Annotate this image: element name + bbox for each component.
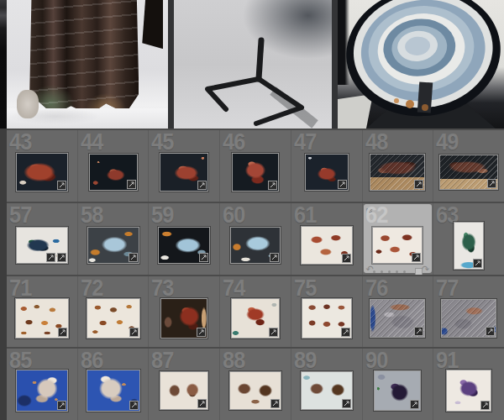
photo-badge-icon[interactable] bbox=[199, 253, 208, 262]
grid-cell[interactable]: 91 bbox=[433, 349, 504, 420]
photo-badge-icon[interactable] bbox=[270, 399, 280, 408]
photo-badge-icon[interactable] bbox=[269, 328, 278, 337]
photo-thumbnail[interactable] bbox=[230, 227, 281, 264]
grid-cell[interactable]: 89 bbox=[291, 349, 363, 420]
photo-thumbnail[interactable] bbox=[370, 299, 425, 338]
grid-cell[interactable]: 46 bbox=[220, 130, 291, 202]
photo-thumbnail[interactable] bbox=[16, 370, 68, 412]
grid-cell[interactable]: 47 bbox=[291, 130, 363, 202]
grid-cell[interactable]: 58 bbox=[78, 203, 150, 275]
grid-cell[interactable]: 62↶↷ bbox=[363, 203, 434, 275]
rating-dot[interactable] bbox=[388, 270, 391, 273]
grid-cell[interactable]: 90 bbox=[363, 349, 434, 420]
photo-badge-icon[interactable] bbox=[338, 180, 347, 189]
photo-thumbnail[interactable] bbox=[454, 222, 484, 270]
photo-thumbnail[interactable] bbox=[87, 298, 140, 339]
preview-photo-amethyst[interactable] bbox=[174, 0, 332, 129]
photo-thumbnail[interactable] bbox=[160, 371, 208, 410]
photo-thumbnail[interactable] bbox=[87, 227, 139, 264]
photo-thumbnail[interactable] bbox=[301, 371, 353, 410]
grid-cell[interactable]: 60 bbox=[220, 203, 291, 275]
photo-thumbnail[interactable] bbox=[305, 154, 349, 191]
photo-thumbnail[interactable] bbox=[160, 298, 207, 339]
grid-cell[interactable]: 76 bbox=[363, 276, 434, 348]
photo-thumbnail[interactable] bbox=[370, 154, 425, 191]
grid-cell[interactable]: 61 bbox=[291, 203, 363, 275]
photo-badge-icon[interactable] bbox=[57, 253, 66, 262]
grid-cell[interactable]: 44 bbox=[78, 130, 150, 202]
photo-badge-icon[interactable] bbox=[342, 254, 351, 263]
left-edge-panel bbox=[0, 129, 7, 420]
photo-thumbnail[interactable] bbox=[229, 371, 281, 410]
photo-badge-icon[interactable] bbox=[412, 253, 421, 262]
photo-badge-icon[interactable] bbox=[46, 253, 55, 262]
grid-cell[interactable]: 45 bbox=[149, 130, 220, 202]
grid-cell[interactable]: 86 bbox=[78, 349, 150, 420]
preview-photo-smoky-quartz[interactable] bbox=[7, 0, 168, 129]
grid-cell[interactable]: 73 bbox=[149, 276, 220, 348]
rating-dots[interactable] bbox=[373, 270, 406, 273]
photo-thumbnail[interactable] bbox=[16, 153, 68, 192]
photo-thumbnail[interactable] bbox=[301, 226, 353, 265]
photo-thumbnail[interactable] bbox=[372, 227, 423, 264]
photo-badge-icon[interactable] bbox=[268, 181, 277, 190]
grid-cell[interactable]: 59 bbox=[149, 203, 220, 275]
photo-badge-icon[interactable] bbox=[473, 259, 482, 268]
photo-thumbnail[interactable] bbox=[87, 370, 140, 412]
photo-badge-icon[interactable] bbox=[414, 327, 423, 336]
grid-cell[interactable]: 75 bbox=[291, 276, 363, 348]
photo-thumbnail[interactable] bbox=[158, 227, 210, 264]
grid-row: 575859606162↶↷63 bbox=[7, 202, 504, 275]
grid-cell[interactable]: 63 bbox=[433, 203, 504, 275]
grid-cell[interactable]: 77 bbox=[433, 276, 504, 348]
grid-cell[interactable]: 72 bbox=[78, 276, 150, 348]
grid-cell[interactable]: 57 bbox=[7, 203, 78, 275]
photo-badge-icon[interactable] bbox=[57, 401, 66, 410]
grid-cell[interactable]: 87 bbox=[149, 349, 220, 420]
photo-thumbnail[interactable] bbox=[15, 298, 69, 339]
grid-row: 43444546474849 bbox=[7, 129, 504, 202]
photo-badge-icon[interactable] bbox=[410, 400, 419, 409]
photo-badge-icon[interactable] bbox=[127, 180, 136, 189]
photo-badge-icon[interactable] bbox=[129, 401, 139, 410]
rotate-right-icon[interactable]: ↷ bbox=[422, 265, 429, 274]
grid-cell[interactable]: 71 bbox=[7, 276, 78, 348]
photo-thumbnail[interactable] bbox=[302, 298, 352, 339]
photo-thumbnail[interactable] bbox=[231, 298, 280, 339]
grid-cell[interactable]: 85 bbox=[7, 349, 78, 420]
rating-dot[interactable] bbox=[403, 270, 406, 273]
photo-index-number: 74 bbox=[223, 277, 244, 300]
grid-cell[interactable]: 48 bbox=[363, 130, 434, 202]
photo-badge-icon[interactable] bbox=[58, 328, 67, 337]
photo-badge-icon[interactable] bbox=[342, 399, 351, 408]
photo-thumbnail[interactable] bbox=[232, 153, 279, 192]
photo-badge-icon[interactable] bbox=[129, 253, 138, 262]
grid-cell[interactable]: 49 bbox=[433, 130, 504, 202]
photo-badge-icon[interactable] bbox=[197, 328, 206, 337]
photo-thumbnail[interactable] bbox=[439, 155, 498, 190]
rating-dot[interactable] bbox=[381, 270, 383, 273]
photo-badge-icon[interactable] bbox=[487, 179, 496, 188]
photo-thumbnail[interactable] bbox=[89, 154, 138, 191]
rating-dot[interactable] bbox=[396, 270, 398, 273]
photo-badge-icon[interactable] bbox=[486, 327, 495, 336]
photo-badge-icon[interactable] bbox=[341, 328, 350, 337]
photo-badge-icon[interactable] bbox=[414, 180, 423, 189]
photo-badge-icon[interactable] bbox=[57, 181, 66, 190]
photo-thumbnail[interactable] bbox=[374, 370, 421, 411]
photo-badge-icon[interactable] bbox=[197, 399, 207, 408]
grid-cell[interactable]: 43 bbox=[7, 130, 78, 202]
photo-index-number: 88 bbox=[223, 349, 244, 372]
grid-cell[interactable]: 74 bbox=[220, 276, 291, 348]
photo-badge-icon[interactable] bbox=[270, 253, 279, 262]
rotate-left-icon[interactable]: ↶ bbox=[366, 265, 374, 274]
photo-thumbnail[interactable] bbox=[446, 370, 491, 412]
preview-photo-agate-slice[interactable] bbox=[338, 0, 504, 129]
photo-thumbnail[interactable] bbox=[16, 227, 68, 264]
photo-badge-icon[interactable] bbox=[480, 401, 490, 410]
photo-thumbnail[interactable] bbox=[441, 299, 496, 338]
photo-badge-icon[interactable] bbox=[197, 181, 207, 190]
photo-badge-icon[interactable] bbox=[129, 328, 139, 337]
photo-thumbnail[interactable] bbox=[160, 153, 208, 192]
grid-cell[interactable]: 88 bbox=[220, 349, 291, 420]
